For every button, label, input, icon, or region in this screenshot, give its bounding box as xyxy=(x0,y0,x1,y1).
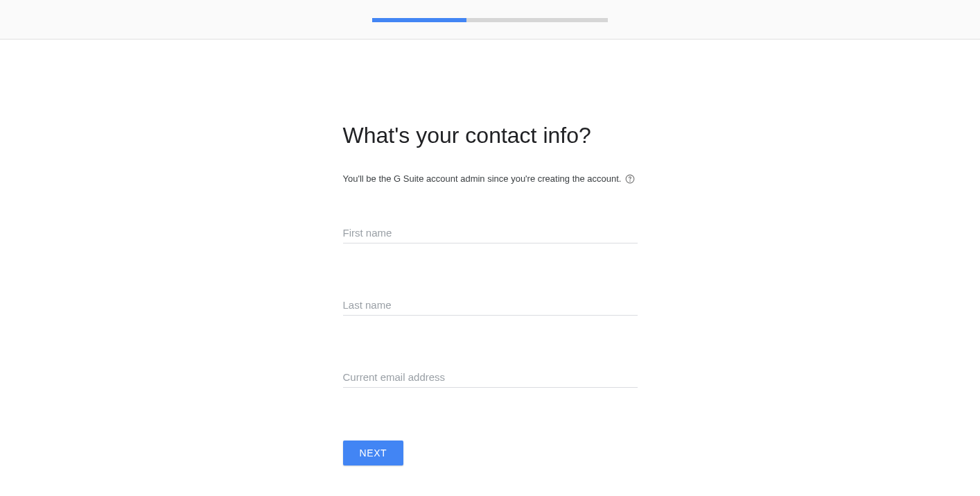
svg-point-1 xyxy=(630,180,631,181)
progress-fill xyxy=(372,18,466,22)
email-field-wrapper xyxy=(343,368,638,388)
page-title: What's your contact info? xyxy=(343,123,638,148)
header xyxy=(0,0,980,40)
next-button[interactable]: NEXT xyxy=(343,441,404,465)
form-container: What's your contact info? You'll be the … xyxy=(343,40,638,465)
last-name-input[interactable] xyxy=(343,296,638,316)
progress-bar xyxy=(372,18,608,22)
subtitle-text: You'll be the G Suite account admin sinc… xyxy=(343,173,622,184)
help-icon[interactable] xyxy=(625,174,635,184)
last-name-field-wrapper xyxy=(343,296,638,316)
email-input[interactable] xyxy=(343,368,638,388)
first-name-input[interactable] xyxy=(343,224,638,243)
subtitle-row: You'll be the G Suite account admin sinc… xyxy=(343,173,638,184)
first-name-field-wrapper xyxy=(343,224,638,243)
